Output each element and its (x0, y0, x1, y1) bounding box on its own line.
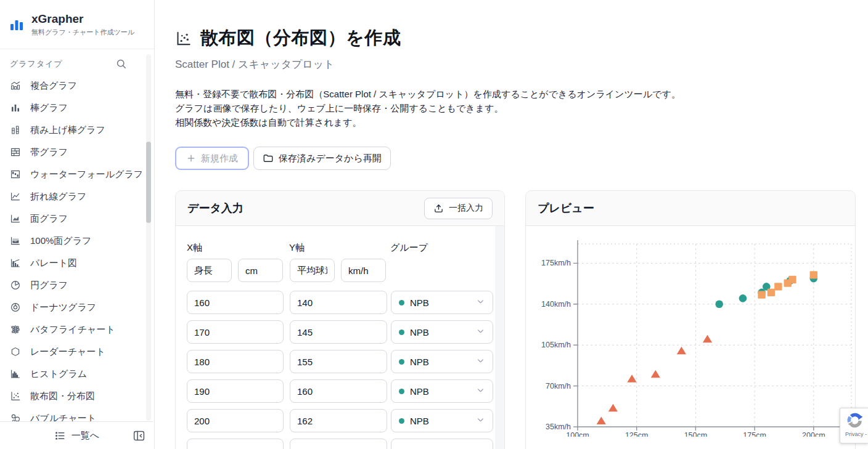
y-value-input[interactable] (290, 291, 387, 314)
group-color-dot (399, 389, 404, 394)
scatter-chart-icon (10, 390, 21, 402)
sidebar-item-5[interactable]: ウォーターフォールグラフ (10, 163, 154, 185)
sidebar: xGrapher 無料グラフ・チャート作成ツール グラフタイプ 複合グラフ 棒グ… (0, 0, 155, 449)
butterfly-chart-icon (10, 324, 21, 335)
sidebar-item-3[interactable]: 積み上げ棒グラフ (10, 119, 154, 141)
bulk-input-label: 一括入力 (449, 203, 483, 214)
description-line: 相関係数や決定係数は自動で計算されます。 (175, 115, 868, 129)
group-color-dot (399, 359, 404, 365)
group-select-value: NPB (410, 386, 429, 397)
sidebar-item-13[interactable]: レーダーチャート (10, 341, 154, 363)
area-chart-icon (10, 213, 21, 224)
recaptcha-privacy-terms-link[interactable]: Privacy - Term (845, 431, 868, 437)
y-axis-unit-input[interactable] (341, 259, 386, 282)
sidebar-item-label: 円グラフ (30, 280, 68, 291)
bubble-chart-icon (10, 413, 21, 421)
group-select[interactable] (391, 439, 493, 449)
sidebar-item-11[interactable]: ドーナツグラフ (10, 296, 154, 318)
create-new-button[interactable]: 新規作成 (175, 147, 249, 170)
data-input-body: X軸 Y軸 グループ NPB (176, 226, 504, 449)
sidebar-item-12[interactable]: バタフライチャート (10, 318, 154, 341)
resume-saved-data-button[interactable]: 保存済みデータから再開 (253, 147, 391, 170)
group-select[interactable]: NPB (391, 409, 493, 432)
sidebar-item-14[interactable]: ヒストグラム (10, 363, 154, 385)
y-value-input[interactable] (290, 439, 387, 449)
x-value-input[interactable] (187, 320, 284, 344)
search-icon[interactable] (115, 58, 127, 70)
group-select[interactable]: NPB (391, 379, 493, 403)
chevron-down-icon (476, 386, 485, 397)
y-axis-name-input[interactable] (290, 259, 335, 282)
svg-text:105km/h: 105km/h (541, 341, 571, 349)
sidebar-item-7[interactable]: 面グラフ (10, 208, 154, 230)
app-logo-bar-chart-icon (8, 16, 25, 33)
sidebar-item-label: レーダーチャート (30, 346, 105, 358)
app-tagline: 無料グラフ・チャート作成ツール (31, 28, 134, 37)
resume-saved-data-label: 保存済みデータから再開 (279, 153, 382, 164)
chevron-down-icon (476, 415, 485, 426)
group-select-value: NPB (410, 327, 429, 338)
sidebar-item-label: 帯グラフ (30, 147, 68, 158)
sidebar-item-15[interactable]: 散布図・分布図 (10, 385, 154, 407)
x-value-input[interactable] (187, 409, 284, 432)
x-axis-column-label: X軸 (187, 242, 289, 254)
y-value-input[interactable] (290, 409, 387, 432)
chart-type-list: 複合グラフ 棒グラフ 積み上げ棒グラフ 帯グラフ ウォーターフォールグラフ 折れ… (10, 75, 154, 421)
x-value-input[interactable] (187, 439, 284, 449)
collapse-sidebar-icon[interactable] (133, 429, 145, 442)
band-chart-icon (10, 147, 21, 158)
svg-text:100cm: 100cm (566, 431, 589, 437)
scatter-plot-title-icon (175, 30, 192, 47)
upload-icon (433, 203, 444, 214)
preview-panel: プレビュー 35km/h70km/h105km/h140km/h175km/h1… (525, 190, 856, 449)
preview-title: プレビュー (538, 201, 594, 216)
group-select-value: NPB (410, 357, 429, 367)
waterfall-chart-icon (10, 169, 21, 180)
svg-text:70km/h: 70km/h (546, 382, 571, 390)
sidebar-item-2[interactable]: 棒グラフ (10, 97, 154, 119)
sidebar-item-4[interactable]: 帯グラフ (10, 141, 154, 163)
sidebar-item-label: 折れ線グラフ (30, 191, 86, 203)
sidebar-item-6[interactable]: 折れ線グラフ (10, 185, 154, 208)
x-axis-name-input[interactable] (187, 259, 232, 282)
x-value-input[interactable] (187, 291, 284, 314)
svg-text:35km/h: 35km/h (546, 423, 571, 431)
data-row-partial (187, 439, 504, 449)
sidebar-item-16[interactable]: バブルチャート (10, 407, 154, 421)
page-title: 散布図（分布図）を作成 (200, 26, 401, 51)
go-to-list-button[interactable]: 一覧へ (54, 430, 99, 442)
y-value-input[interactable] (290, 320, 387, 344)
go-to-list-label: 一覧へ (72, 430, 99, 442)
combo-chart-icon (10, 80, 21, 91)
y-value-input[interactable] (290, 379, 387, 403)
group-select[interactable]: NPB (391, 291, 493, 314)
recaptcha-badge[interactable]: Privacy - Term (840, 408, 868, 443)
group-select[interactable]: NPB (391, 320, 493, 344)
sidebar-scrollbar-track[interactable] (146, 54, 151, 421)
bulk-input-button[interactable]: 一括入力 (424, 198, 493, 219)
sidebar-footer: 一覧へ (0, 421, 154, 449)
sidebar-item-9[interactable]: パレート図 (10, 252, 154, 274)
sidebar-scrollbar-thumb[interactable] (146, 142, 151, 223)
sidebar-item-label: 積み上げ棒グラフ (30, 124, 105, 136)
y-value-input[interactable] (290, 350, 387, 373)
data-scrollbar-track[interactable] (495, 226, 504, 449)
x-value-input[interactable] (187, 350, 284, 373)
x-axis-unit-input[interactable] (238, 259, 283, 282)
donut-chart-icon (10, 302, 21, 313)
sidebar-header: xGrapher 無料グラフ・チャート作成ツール (0, 0, 154, 49)
main-content: 散布図（分布図）を作成 Scatter Plot / スキャッタプロット 無料・… (155, 0, 868, 449)
folder-icon (263, 153, 274, 164)
svg-text:175km/h: 175km/h (541, 259, 571, 267)
sidebar-item-8[interactable]: 100%面グラフ (10, 230, 154, 252)
chart-type-section-label: グラフタイプ (10, 59, 63, 70)
data-row-3: NPB (187, 350, 504, 373)
scatter-chart: 35km/h70km/h105km/h140km/h175km/h100cm12… (526, 227, 856, 437)
group-select[interactable]: NPB (391, 350, 493, 373)
sidebar-item-1[interactable]: 複合グラフ (10, 75, 154, 97)
bar-chart-icon (10, 102, 21, 113)
y-axis-column-label: Y軸 (289, 242, 390, 254)
x-value-input[interactable] (187, 379, 284, 403)
data-row-5: NPB (187, 409, 504, 432)
sidebar-item-10[interactable]: 円グラフ (10, 274, 154, 296)
